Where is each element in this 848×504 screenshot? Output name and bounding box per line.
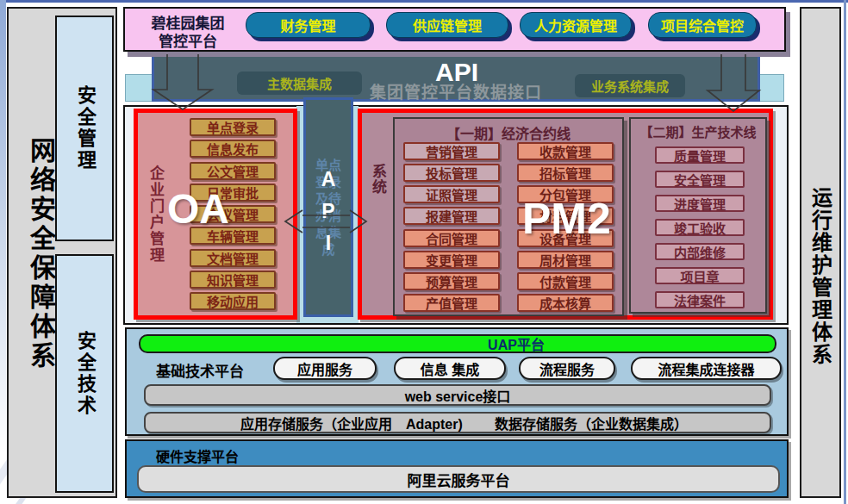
storage-services-bar: 应用存储服务（企业应用 Adapter) 数据存储服务（企业数据集成）: [144, 412, 771, 433]
network-security-pillar: 网络安全保障体系 安全管理 安全技术: [7, 7, 117, 498]
pm2-module-item[interactable]: 周材管理: [517, 251, 614, 269]
pm2-module-item[interactable]: 投标管理: [403, 164, 500, 182]
data-storage-label: 数据存储服务（企业数据集成）: [495, 413, 688, 433]
phase2-module-item[interactable]: 项目章: [655, 267, 745, 284]
pm2-module-item[interactable]: 产值管理: [403, 294, 500, 312]
phase2-module-item[interactable]: 安全管理: [655, 171, 745, 188]
phase1-title: 【一期】经济合约线: [395, 122, 622, 143]
operations-maintenance-pillar: 运行维护管理体系: [800, 7, 841, 498]
phase2-module-item[interactable]: 质量管理: [655, 146, 745, 164]
pm2-module-item[interactable]: 招标管理: [517, 164, 614, 182]
process-integration-connector-button[interactable]: 流程集成连接器: [631, 357, 782, 380]
uap-platform-box: UAP平台 基础技术平台 应用服务 信息 集成 流程服务 流程集成连接器 web…: [125, 327, 789, 436]
api-overlay-label: API: [435, 58, 478, 87]
oa-portal-box: 企业门户管理 单点登录信息发布公文管理日常审批会议管理车辆管理文档管理知识管理移…: [134, 109, 297, 320]
operations-maintenance-title: 运行维护管理体系: [806, 187, 836, 366]
uap-platform-bar: UAP平台: [139, 334, 776, 353]
slide-right-border: [844, 0, 846, 504]
master-data-integration-pill[interactable]: 主数据集成: [237, 72, 362, 95]
security-management-box: 安全管理: [55, 16, 114, 241]
api-data-interface-band: 集团管控平台数据接口 主数据集成 业务系统集成 API: [152, 53, 760, 102]
architecture-diagram: 网络安全保障体系 安全管理 安全技术 运行维护管理体系 集团管控平台数据接口 主…: [0, 0, 848, 504]
security-technology-box: 安全技术: [55, 254, 114, 493]
oa-module-item[interactable]: 移动应用: [190, 292, 276, 310]
enterprise-portal-label: 企业门户管理: [145, 165, 166, 264]
hardware-support-box: 硬件支撑平台 阿里云服务平台: [125, 439, 789, 498]
human-resources-management-button[interactable]: 人力资源管理: [520, 12, 632, 38]
phase2-module-item[interactable]: 竣工验收: [655, 219, 745, 236]
oa-module-item[interactable]: 文档管理: [190, 249, 276, 267]
phase2-module-item[interactable]: 内部维修: [655, 243, 745, 260]
pm2-module-item[interactable]: 收款管理: [517, 142, 614, 160]
phase2-module-item[interactable]: 法律案件: [655, 291, 745, 308]
aliyun-service-platform-bar: 阿里云服务平台: [137, 465, 780, 493]
business-system-integration-pill[interactable]: 业务系统集成: [575, 74, 685, 97]
finance-management-button[interactable]: 财务管理: [246, 12, 371, 38]
process-service-button[interactable]: 流程服务: [519, 357, 615, 380]
hardware-support-platform-label: 硬件支撑平台: [156, 445, 239, 466]
slide-left-border: [0, 0, 6, 504]
oa-module-item[interactable]: 单点登录: [190, 118, 276, 136]
phase2-module-list: 质量管理安全管理进度管理竣工验收内部维修项目章法律案件: [655, 146, 745, 308]
base-technology-platform-label: 基础技术平台: [156, 359, 244, 381]
pm2-module-item[interactable]: 营销管理: [403, 142, 500, 160]
project-control-button[interactable]: 项目综合管控: [648, 12, 757, 38]
api-vertical-overlay-label: A P I: [306, 164, 351, 259]
phase2-module-item[interactable]: 进度管理: [655, 195, 745, 212]
application-storage-label: 应用存储服务（企业应用 Adapter): [240, 413, 463, 433]
phase2-title: 【二期】生产技术线: [631, 122, 765, 140]
application-service-button[interactable]: 应用服务: [273, 357, 377, 380]
pm2-module-item[interactable]: 变更管理: [403, 251, 500, 269]
pm2-module-item[interactable]: 合同管理: [403, 229, 500, 247]
pm2-module-item[interactable]: 付款管理: [517, 272, 614, 290]
pm2-module-item[interactable]: 报建管理: [403, 207, 500, 225]
pm2-module-item[interactable]: 证照管理: [403, 185, 500, 203]
oa-module-item[interactable]: 知识管理: [190, 271, 276, 289]
oa-module-item[interactable]: 公文管理: [190, 162, 276, 180]
slide-top-border: [0, 0, 848, 3]
sso-message-integration-strip: 单点登录及待办消息集成 A P I: [303, 97, 353, 317]
web-service-interface-bar: web service接口: [144, 384, 771, 406]
pm2-module-item[interactable]: 预算管理: [403, 272, 500, 290]
oa-module-item[interactable]: 信息发布: [190, 140, 276, 158]
pm2-overlay-label: PM2: [522, 194, 611, 244]
phase2-production-tech-panel: 【二期】生产技术线 质量管理安全管理进度管理竣工验收内部维修项目章法律案件: [629, 117, 767, 314]
oa-overlay-label: OA: [167, 185, 229, 233]
platform-title: 碧桂园集团 管控平台: [132, 15, 244, 52]
phase1-column-1: 营销管理投标管理证照管理报建管理合同管理变更管理预算管理产值管理: [403, 142, 500, 312]
information-integration-button[interactable]: 信息 集成: [394, 357, 506, 380]
pm2-construction-box: 建筑项目管理系统 【一期】经济合约线 营销管理投标管理证照管理报建管理合同管理变…: [358, 109, 773, 320]
supply-chain-management-button[interactable]: 供应链管理: [386, 12, 508, 38]
pm2-module-item[interactable]: 成本核算: [517, 294, 614, 312]
